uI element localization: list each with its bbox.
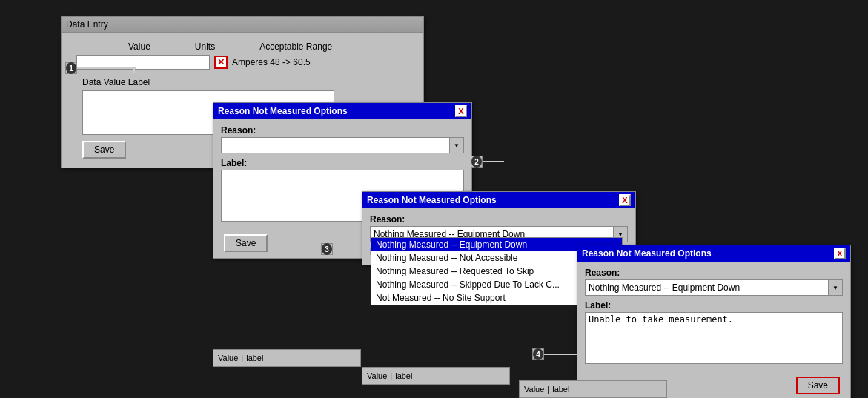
dialog-3-label-label: Label:	[585, 300, 843, 311]
dialog-1-label-label: Label:	[221, 158, 464, 168]
dialog-1-save-button[interactable]: Save	[224, 234, 268, 252]
badge-3: 3	[321, 243, 333, 255]
bottom-1-col2: |	[241, 354, 243, 362]
error-button[interactable]: ✕	[214, 56, 228, 69]
badge-2: 2	[471, 156, 483, 168]
bottom-2-col2: |	[390, 371, 392, 380]
dialog-1-reason-label: Reason:	[221, 125, 464, 136]
range-text: Amperes 48 -> 60.5	[232, 57, 311, 67]
badge-4: 4	[532, 348, 544, 360]
dialog-1-title: Reason Not Measured Options	[218, 106, 348, 116]
dialog-1-close[interactable]: X	[455, 105, 467, 117]
bottom-3-col1: Value	[524, 385, 544, 394]
data-entry-title: Data Entry	[66, 19, 108, 30]
data-entry-titlebar: Data Entry	[62, 17, 423, 33]
col-range: Acceptable Range	[259, 42, 332, 52]
dialog-3-select-wrapper: Nothing Measured -- Equipment Down ▼	[585, 279, 843, 296]
dialog-3-reason-label: Reason:	[585, 268, 843, 278]
reason-dialog-3: Reason Not Measured Options X Reason: No…	[577, 245, 851, 398]
save-button-1[interactable]: Save	[82, 141, 126, 159]
bottom-bar-3: Value | label	[519, 380, 667, 398]
dialog-2-close[interactable]: X	[619, 194, 631, 206]
badge-circle-3: 3	[322, 243, 332, 255]
dialog-1-titlebar: Reason Not Measured Options X	[213, 103, 471, 119]
bottom-2-col3: label	[395, 371, 412, 380]
badge-circle-1: 1	[66, 62, 76, 74]
bottom-2-col1: Value	[367, 371, 387, 380]
bottom-1-col3: label	[246, 354, 263, 362]
badge-1: 1	[65, 62, 77, 74]
dialog-3-label-textarea[interactable]	[585, 312, 843, 364]
col-value: Value	[128, 42, 150, 52]
bottom-3-col2: |	[547, 385, 549, 394]
dialog-3-title: Reason Not Measured Options	[582, 248, 712, 259]
data-value-label-heading: Data Value Label	[82, 77, 413, 87]
badge-circle-4: 4	[533, 348, 543, 360]
dialog-1-select-wrapper: ▼	[221, 137, 464, 153]
dialog-3-content: Reason: Nothing Measured -- Equipment Do…	[577, 262, 850, 398]
data-entry-header: Value Units Acceptable Range	[69, 40, 416, 55]
dialog-2-titlebar: Reason Not Measured Options X	[362, 192, 635, 208]
bottom-bar-1: Value | label	[213, 349, 361, 367]
badge-circle-2: 2	[471, 156, 482, 168]
col-units: Units	[195, 42, 215, 52]
dialog-3-titlebar: Reason Not Measured Options X	[577, 245, 850, 262]
bottom-1-col1: Value	[218, 354, 238, 362]
dialog-3-reason-select[interactable]: Nothing Measured -- Equipment Down	[585, 279, 843, 296]
dialog-2-title: Reason Not Measured Options	[367, 195, 497, 205]
dialog-3-close[interactable]: X	[834, 248, 846, 259]
bottom-bar-2: Value | label	[362, 367, 510, 385]
dialog-1-reason-select[interactable]	[221, 137, 464, 153]
dialog-2-reason-label: Reason:	[370, 214, 628, 225]
dialog-3-save-button[interactable]: Save	[796, 377, 840, 394]
bottom-3-col3: label	[552, 385, 569, 394]
